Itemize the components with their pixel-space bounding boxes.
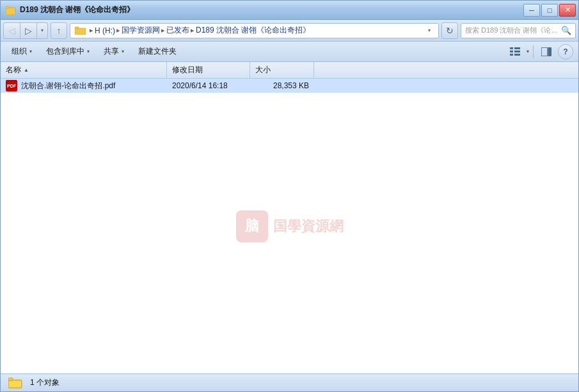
share-dropdown-icon: ▾: [122, 49, 124, 54]
svg-rect-4: [510, 47, 513, 49]
col-header-date[interactable]: 修改日期: [167, 62, 250, 78]
toolbar-right: ▾ ?: [506, 43, 573, 60]
path-sep2: ▸: [161, 26, 165, 35]
address-bar[interactable]: ▸ H (H:) ▸ 国学资源网 ▸ 已发布 ▸ D189 沈朝合 谢翎《论命出…: [70, 23, 439, 38]
file-size-cell: 28,353 KB: [250, 81, 314, 90]
view-dropdown-icon[interactable]: ▾: [527, 49, 529, 54]
table-row[interactable]: PDF 沈朝合.谢翎-论命出奇招.pdf 2020/6/14 16:18 28,…: [1, 79, 578, 93]
svg-rect-9: [514, 54, 520, 56]
watermark: 脑 国學資源網: [236, 210, 344, 242]
col-header-name[interactable]: 名称 ▲: [1, 62, 167, 78]
address-area: ◁ ▷ ▾ ↑ ▸ H (H:) ▸ 国学资源网 ▸ 已发布 ▸ D189 沈朝…: [1, 20, 578, 42]
title-bar-left: D189 沈朝合 谢翎《论命出奇招》: [6, 4, 134, 15]
title-bar-folder-icon: [6, 5, 16, 15]
sort-arrow-name: ▲: [24, 67, 29, 73]
file-date-cell: 2020/6/14 16:18: [167, 81, 250, 90]
col-header-size[interactable]: 大小: [250, 62, 314, 78]
search-icon[interactable]: 🔍: [561, 26, 571, 35]
status-folder-icon: [8, 377, 22, 389]
watermark-logo: 脑: [236, 210, 268, 242]
include-library-button[interactable]: 包含到库中 ▾: [40, 43, 95, 60]
organize-dropdown-icon: ▾: [29, 49, 32, 54]
path-guoxue[interactable]: 国学资源网: [122, 25, 160, 36]
organize-button[interactable]: 组织 ▾: [6, 43, 38, 60]
search-placeholder-text: 搜索 D189 沈朝合 谢翎《论命出奇招...: [465, 26, 559, 35]
path-sep1: ▸: [116, 26, 120, 35]
restore-button[interactable]: □: [541, 4, 558, 17]
view-details-btn[interactable]: [506, 43, 524, 60]
title-bar-controls: ─ □ ✕: [523, 4, 576, 17]
file-name-cell: PDF 沈朝合.谢翎-论命出奇招.pdf: [1, 80, 167, 91]
svg-rect-2: [75, 28, 86, 35]
history-dropdown[interactable]: ▾: [37, 23, 47, 38]
main-content: PDF 沈朝合.谢翎-论命出奇招.pdf 2020/6/14 16:18 28,…: [1, 79, 578, 373]
svg-rect-0: [6, 8, 15, 15]
watermark-text: 国學資源網: [273, 217, 344, 236]
pdf-icon: PDF: [6, 80, 17, 91]
svg-rect-10: [541, 47, 548, 56]
svg-rect-14: [9, 381, 21, 387]
svg-rect-8: [510, 54, 513, 56]
help-button[interactable]: ?: [558, 44, 573, 59]
up-button[interactable]: ↑: [51, 22, 67, 39]
address-folder-icon: [74, 26, 87, 36]
nav-back-forward[interactable]: ◁ ▷ ▾: [3, 22, 48, 39]
search-box: 搜索 D189 沈朝合 谢翎《论命出奇招... 🔍: [461, 23, 576, 38]
refresh-button[interactable]: ↻: [441, 22, 458, 39]
window: D189 沈朝合 谢翎《论命出奇招》 ─ □ ✕ ◁ ▷ ▾ ↑ ▸ H: [0, 0, 579, 392]
path-folder[interactable]: D189 沈朝合 谢翎《论命出奇招》: [196, 25, 310, 36]
new-folder-button[interactable]: 新建文件夹: [132, 43, 182, 60]
forward-button[interactable]: ▷: [20, 23, 37, 38]
path-yifabu[interactable]: 已发布: [166, 25, 189, 36]
path-sep3: ▸: [191, 26, 194, 35]
address-dropdown-btn[interactable]: ▾: [424, 27, 434, 33]
share-button[interactable]: 共享 ▾: [98, 43, 130, 60]
toolbar-divider: [533, 45, 534, 58]
svg-rect-6: [510, 51, 513, 52]
path-h[interactable]: H (H:): [95, 26, 115, 35]
preview-pane-btn[interactable]: [537, 43, 555, 60]
svg-rect-3: [75, 27, 79, 29]
column-header: 名称 ▲ 修改日期 大小: [1, 62, 578, 79]
include-dropdown-icon: ▾: [87, 49, 90, 54]
toolbar: 组织 ▾ 包含到库中 ▾ 共享 ▾ 新建文件夹: [1, 42, 578, 62]
path-sep0: ▸: [90, 26, 93, 35]
minimize-button[interactable]: ─: [523, 4, 540, 17]
title-bar: D189 沈朝合 谢翎《论命出奇招》 ─ □ ✕: [1, 1, 578, 20]
svg-rect-13: [8, 378, 13, 380]
back-button[interactable]: ◁: [4, 23, 20, 38]
status-bar: 1 个对象: [1, 373, 578, 391]
close-button[interactable]: ✕: [559, 4, 576, 17]
file-name-text: 沈朝合.谢翎-论命出奇招.pdf: [21, 81, 115, 91]
svg-rect-7: [514, 51, 520, 52]
status-count: 1 个对象: [30, 377, 59, 388]
address-path: ▸ H (H:) ▸ 国学资源网 ▸ 已发布 ▸ D189 沈朝合 谢翎《论命出…: [90, 25, 422, 36]
svg-rect-5: [514, 47, 520, 49]
svg-rect-1: [6, 6, 10, 8]
window-title: D189 沈朝合 谢翎《论命出奇招》: [20, 4, 134, 15]
svg-rect-11: [548, 47, 551, 56]
